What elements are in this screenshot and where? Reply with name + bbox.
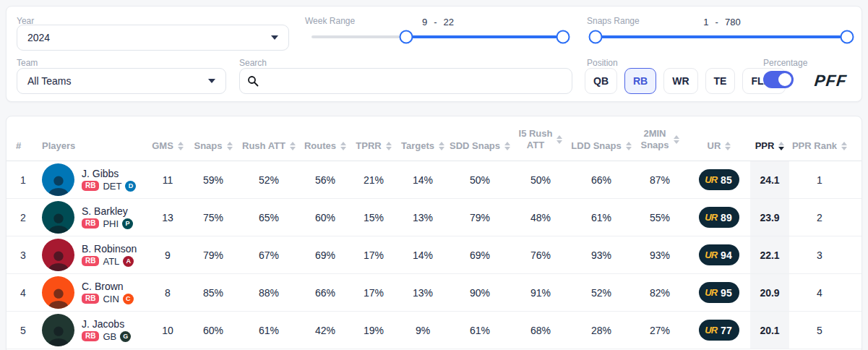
sort-icon[interactable] — [626, 142, 632, 150]
table-row[interactable]: 4 C. Brown RB CIN C 8 85% 88% 66% 17% 13… — [7, 274, 861, 312]
snaps-range-dash: - — [716, 17, 718, 27]
week-range-slider[interactable] — [311, 35, 564, 38]
col-header-ppr[interactable]: PPR — [750, 140, 789, 161]
sort-icon[interactable] — [386, 142, 392, 150]
position-button-group: QB RB WR TE FLEX — [585, 68, 786, 94]
position-badge: RB — [82, 256, 99, 266]
person-silhouette-icon — [45, 284, 72, 309]
cell-routes: 60% — [299, 199, 351, 236]
percentage-toggle[interactable] — [763, 71, 794, 88]
player-cell[interactable]: S. Barkley RB PHI P — [42, 199, 147, 236]
sort-icon[interactable] — [439, 142, 444, 150]
snaps-range-min-handle[interactable] — [589, 30, 603, 44]
snaps-range-max-handle[interactable] — [841, 30, 854, 44]
col-header-ldd-snaps[interactable]: LDD Snaps — [571, 140, 632, 161]
sort-icon[interactable] — [557, 135, 562, 144]
table-header-row: # Players GMS Snaps Rush ATT Routes TPRR… — [7, 116, 861, 161]
snaps-range-label: Snaps Range — [587, 16, 640, 26]
cell-ppr-rank: 5 — [789, 312, 850, 349]
cell-routes: 42% — [299, 312, 351, 349]
cell-snaps: 85% — [188, 274, 239, 311]
week-range-min-handle[interactable] — [400, 30, 413, 44]
player-avatar — [42, 201, 74, 234]
cell-routes: 56% — [299, 161, 351, 198]
search-label: Search — [239, 58, 267, 68]
stats-table: # Players GMS Snaps Rush ATT Routes TPRR… — [6, 116, 862, 350]
player-avatar — [42, 276, 74, 309]
cell-i5-rush-att: 68% — [510, 312, 571, 349]
snaps-range-values: 1 - 780 — [682, 17, 762, 27]
col-header-snaps[interactable]: Snaps — [188, 140, 239, 161]
player-cell[interactable]: J. Jacobs RB GB G — [42, 312, 147, 349]
sort-icon[interactable] — [674, 135, 679, 144]
cell-targets: 13% — [396, 274, 450, 311]
sort-icon[interactable] — [227, 142, 233, 150]
sort-icon[interactable] — [841, 142, 847, 150]
col-header-rush-att[interactable]: Rush ATT — [239, 140, 299, 161]
position-button-wr[interactable]: WR — [663, 68, 697, 94]
player-cell[interactable]: J. Gibbs RB DET D — [42, 161, 147, 198]
player-name: C. Brown — [82, 281, 134, 291]
position-button-rb[interactable]: RB — [624, 68, 656, 94]
col-header-tprr[interactable]: TPRR — [351, 140, 396, 161]
ur-badge: UR 85 — [699, 169, 739, 190]
person-silhouette-icon — [45, 322, 72, 346]
sort-icon[interactable] — [725, 142, 731, 150]
snaps-range-slider[interactable] — [595, 35, 848, 38]
cell-tprr: 19% — [351, 312, 396, 349]
col-header-targets[interactable]: Targets — [396, 140, 450, 161]
table-row[interactable]: 2 S. Barkley RB PHI P 13 75% 65% 60% 15%… — [7, 199, 861, 236]
week-range-min-value: 9 — [422, 17, 427, 27]
table-row[interactable]: 3 B. Robinson RB ATL A 9 79% 67% 69% 17%… — [7, 236, 861, 274]
cell-rush-att: 88% — [239, 274, 299, 311]
col-header-sdd-snaps[interactable]: SDD Snaps — [450, 140, 510, 161]
col-header-ur[interactable]: UR — [688, 140, 750, 161]
player-cell[interactable]: B. Robinson RB ATL A — [42, 236, 147, 273]
search-input[interactable] — [265, 75, 564, 87]
team-label: Team — [17, 58, 38, 68]
team-abbr: CIN — [103, 294, 119, 304]
position-button-te[interactable]: TE — [705, 68, 736, 94]
position-badge: RB — [82, 181, 99, 191]
player-info: C. Brown RB CIN C — [82, 281, 134, 304]
cell-rush-att: 67% — [239, 236, 299, 273]
week-range-max-handle[interactable] — [557, 30, 570, 44]
cell-ldd-snaps: 52% — [571, 274, 632, 311]
col-header-i5-rush-att[interactable]: I5 RushATT — [510, 128, 571, 161]
ur-logo-icon: UR — [705, 325, 717, 336]
team-abbr: PHI — [103, 218, 119, 229]
table-row[interactable]: 1 J. Gibbs RB DET D 11 59% 52% 56% 21% 1… — [7, 161, 861, 199]
sort-icon[interactable] — [504, 142, 510, 150]
col-header-rank: # — [16, 140, 42, 161]
team-abbr: GB — [103, 331, 116, 342]
ur-badge: UR 77 — [699, 320, 739, 341]
cell-ldd-snaps: 66% — [571, 161, 632, 198]
sort-icon[interactable] — [340, 142, 346, 150]
search-icon — [247, 75, 259, 87]
table-body: 1 J. Gibbs RB DET D 11 59% 52% 56% 21% 1… — [7, 161, 861, 349]
sort-icon[interactable] — [178, 142, 184, 150]
sort-icon[interactable] — [778, 142, 784, 150]
ur-logo-icon: UR — [705, 212, 717, 223]
cell-2min-snaps: 93% — [632, 236, 688, 273]
week-range-label: Week Range — [305, 16, 355, 26]
col-header-ppr-rank[interactable]: PPR Rank — [789, 140, 850, 161]
cell-ur: UR 94 — [688, 236, 750, 273]
cell-snaps: 60% — [188, 312, 239, 349]
sort-icon[interactable] — [290, 142, 296, 150]
col-header-gms[interactable]: GMS — [147, 140, 188, 161]
year-select[interactable]: 2024 — [17, 25, 289, 51]
person-silhouette-icon — [45, 247, 72, 271]
col-header-routes[interactable]: Routes — [299, 140, 351, 161]
week-range-dash: - — [434, 17, 437, 27]
cell-2min-snaps: 82% — [632, 274, 688, 311]
player-cell[interactable]: C. Brown RB CIN C — [42, 274, 147, 311]
position-button-qb[interactable]: QB — [585, 68, 617, 94]
player-name: J. Gibbs — [82, 168, 136, 179]
table-row[interactable]: 5 J. Jacobs RB GB G 10 60% 61% 42% 19% 9… — [7, 312, 861, 349]
team-select[interactable]: All Teams — [17, 68, 226, 94]
cell-gms: 9 — [147, 236, 188, 273]
ur-badge: UR 89 — [699, 207, 739, 228]
col-header-2min-snaps[interactable]: 2MINSnaps — [632, 128, 688, 161]
player-info: B. Robinson RB ATL A — [82, 244, 137, 267]
